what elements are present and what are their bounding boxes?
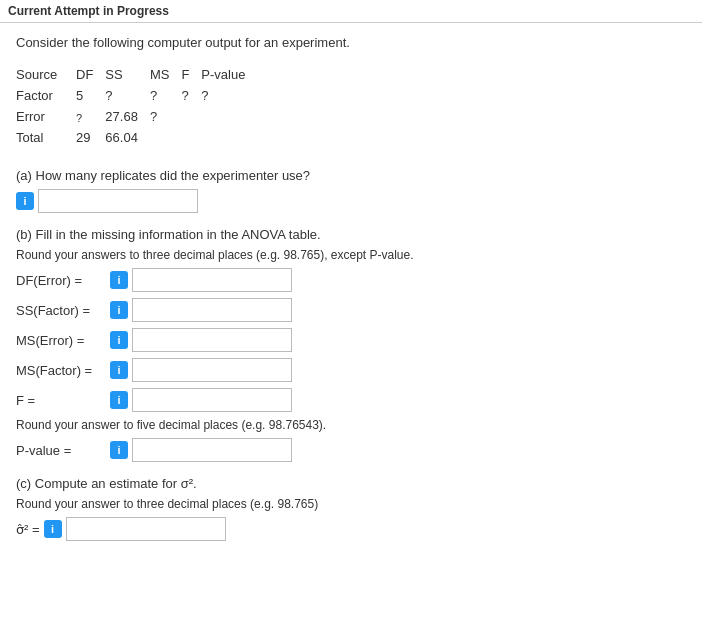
part-b-label: (b) Fill in the missing information in t… [16, 227, 686, 242]
pvalue-label: P-value = [16, 443, 106, 458]
part-b-section: (b) Fill in the missing information in t… [16, 227, 686, 462]
ms-factor-label: MS(Factor) = [16, 363, 106, 378]
pvalue-info-btn[interactable]: i [110, 441, 128, 459]
f-value-info-btn[interactable]: i [110, 391, 128, 409]
part-a-input[interactable] [38, 189, 198, 213]
col-ms: MS [150, 64, 182, 85]
ms-error-row: MS(Error) = i [16, 328, 686, 352]
part-b-note: Round your answers to three decimal plac… [16, 248, 686, 262]
df-error-row: DF(Error) = i [16, 268, 686, 292]
anova-table: Source DF SS MS F P-value Factor 5 ? ? ?… [16, 64, 257, 148]
col-source: Source [16, 64, 76, 85]
table-header-row: Source DF SS MS F P-value [16, 64, 257, 85]
part-a-section: (a) How many replicates did the experime… [16, 168, 686, 213]
ss-factor-input[interactable] [132, 298, 292, 322]
ms-error-label: MS(Error) = [16, 333, 106, 348]
ms-factor-input[interactable] [132, 358, 292, 382]
ms-error-info-btn[interactable]: i [110, 331, 128, 349]
sigma-row: σ̂² = i [16, 517, 686, 541]
sigma-info-btn[interactable]: i [44, 520, 62, 538]
pvalue-row: P-value = i [16, 438, 686, 462]
df-error-label: DF(Error) = [16, 273, 106, 288]
f-value-row: F = i [16, 388, 686, 412]
intro-text: Consider the following computer output f… [16, 35, 686, 50]
col-pvalue: P-value [201, 64, 257, 85]
f-note: Round your answer to five decimal places… [16, 418, 686, 432]
f-value-input[interactable] [132, 388, 292, 412]
table-row: Total 29 66.04 [16, 127, 257, 148]
part-a-label: (a) How many replicates did the experime… [16, 168, 686, 183]
header-title: Current Attempt in Progress [8, 4, 169, 18]
part-c-note: Round your answer to three decimal place… [16, 497, 686, 511]
ms-error-input[interactable] [132, 328, 292, 352]
attempt-header: Current Attempt in Progress [0, 0, 702, 23]
col-ss: SS [105, 64, 150, 85]
pvalue-input[interactable] [132, 438, 292, 462]
part-a-info-btn[interactable]: i [16, 192, 34, 210]
sigma-input[interactable] [66, 517, 226, 541]
part-c-section: (c) Compute an estimate for σ². Round yo… [16, 476, 686, 541]
ss-factor-label: SS(Factor) = [16, 303, 106, 318]
ss-factor-row: SS(Factor) = i [16, 298, 686, 322]
part-a-input-row: i [16, 189, 686, 213]
table-row: Factor 5 ? ? ? ? [16, 85, 257, 106]
df-error-info-btn[interactable]: i [110, 271, 128, 289]
col-df: DF [76, 64, 105, 85]
df-error-input[interactable] [132, 268, 292, 292]
ms-factor-info-btn[interactable]: i [110, 361, 128, 379]
ms-factor-row: MS(Factor) = i [16, 358, 686, 382]
part-c-label: (c) Compute an estimate for σ². [16, 476, 686, 491]
ss-factor-info-btn[interactable]: i [110, 301, 128, 319]
sigma-label: σ̂² = [16, 522, 40, 537]
f-value-label: F = [16, 393, 106, 408]
table-row: Error ? 27.68 ? [16, 106, 257, 127]
col-f: F [181, 64, 201, 85]
